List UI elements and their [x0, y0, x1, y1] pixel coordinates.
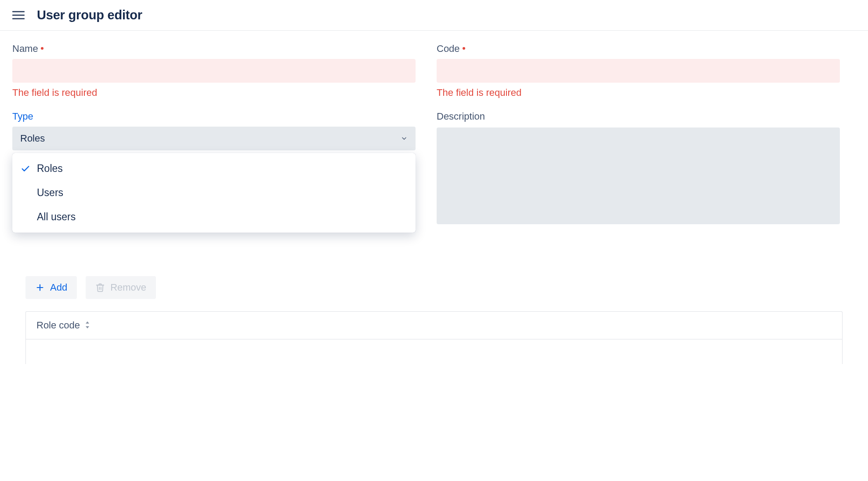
column-label: Role code	[36, 320, 80, 331]
type-option-users[interactable]: Users	[12, 181, 416, 205]
form: Name The field is required Code The fiel…	[0, 31, 852, 237]
code-error: The field is required	[437, 87, 840, 98]
code-input[interactable]	[437, 59, 840, 83]
required-dot-icon	[463, 47, 465, 50]
remove-button-label: Remove	[110, 282, 146, 293]
roles-table: Role code	[25, 311, 843, 364]
name-label: Name	[12, 43, 416, 55]
type-option-label: Roles	[37, 163, 63, 175]
name-input[interactable]	[12, 59, 416, 83]
field-code: Code The field is required	[437, 43, 840, 98]
description-label: Description	[437, 111, 840, 122]
type-option-label: Users	[37, 187, 63, 199]
required-dot-icon	[41, 47, 43, 50]
roles-section: Add Remove Role code	[0, 276, 868, 364]
add-button-label: Add	[50, 282, 67, 293]
trash-icon	[95, 283, 105, 292]
add-button[interactable]: Add	[25, 276, 77, 299]
type-option-label: All users	[37, 211, 76, 223]
roles-toolbar: Add Remove	[25, 276, 856, 299]
page-title: User group editor	[37, 8, 142, 22]
description-input[interactable]	[437, 128, 840, 224]
field-name: Name The field is required	[12, 43, 416, 98]
remove-button[interactable]: Remove	[86, 276, 156, 299]
type-option-roles[interactable]: Roles	[12, 157, 416, 181]
chevron-down-icon	[401, 135, 408, 142]
code-label: Code	[437, 43, 840, 55]
app-header: User group editor	[0, 0, 868, 31]
type-select[interactable]: Roles	[12, 127, 416, 150]
type-option-all-users[interactable]: All users	[12, 205, 416, 229]
type-dropdown: Roles Users All users	[12, 153, 416, 233]
field-description: Description	[437, 111, 840, 224]
sort-icon	[84, 320, 90, 331]
table-body	[26, 339, 842, 364]
name-error: The field is required	[12, 87, 416, 98]
type-select-value: Roles	[20, 133, 45, 144]
hamburger-icon[interactable]	[12, 9, 25, 21]
plus-icon	[35, 283, 45, 292]
table-header: Role code	[26, 312, 842, 339]
field-type: Type Roles Roles Users	[12, 111, 416, 224]
type-label: Type	[12, 111, 416, 122]
column-role-code[interactable]: Role code	[36, 320, 90, 331]
check-icon	[20, 164, 31, 174]
